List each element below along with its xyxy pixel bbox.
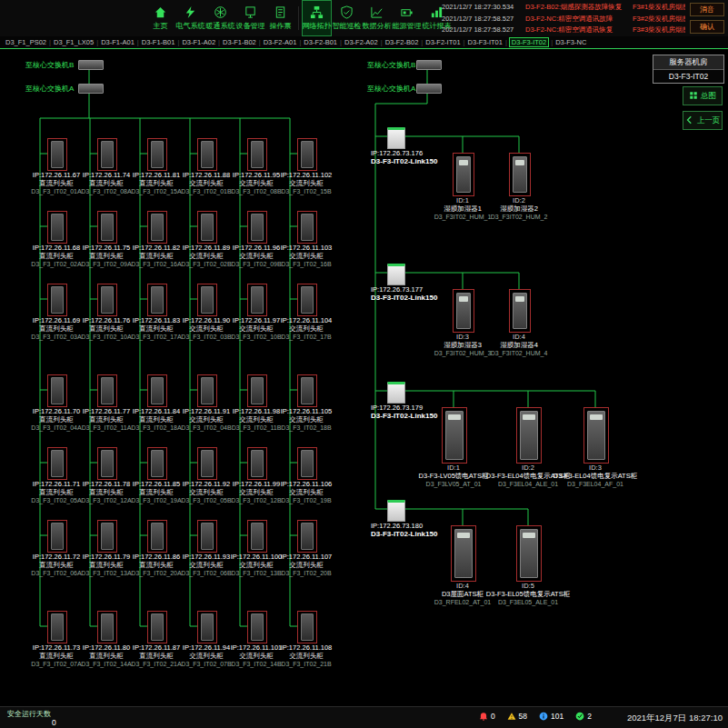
cabinet-D3_F3_IT02_08A[interactable] (97, 138, 117, 171)
cabinet-type: 交流列头柜 (279, 561, 334, 569)
cabinet-D3_F3_IT02_01B[interactable] (197, 138, 217, 171)
cabinet-D3_F3_IT02_20B[interactable] (297, 520, 317, 553)
cabinet-D3_F3_IT02_16A[interactable] (147, 211, 167, 244)
nav-item-device[interactable]: 设备管理 (235, 0, 265, 36)
tab-separator: | (218, 38, 220, 46)
device-D3_F3EL05_ALE_01[interactable] (516, 525, 542, 582)
device-D3_F3IT02_HUM_3[interactable] (453, 289, 474, 333)
cabinet-D3_F3_IT02_12B[interactable] (247, 447, 267, 480)
cabinet-D3_F3_IT02_03B[interactable] (197, 284, 217, 316)
cabinet-D3_F3_IT02_07A[interactable] (47, 611, 67, 643)
tab-D3-F2-B01[interactable]: D3-F2-B01 (302, 38, 339, 46)
tab-D3-F2-A01[interactable]: D3-F2-A01 (262, 38, 299, 46)
tab-D3_F1_LX05[interactable]: D3_F1_LX05 (52, 38, 95, 46)
gateway-icon[interactable] (387, 127, 405, 149)
device-D3_F3IT02_HUM_4[interactable] (509, 289, 531, 333)
cabinet-D3_F3_IT02_13B[interactable] (247, 520, 267, 553)
cabinet-D3_F3_IT02_02B[interactable] (197, 211, 217, 244)
nav-item-hvac[interactable]: 暖通系统 (205, 0, 235, 36)
cabinet-label: IP:172.26.11.88交流列头柜D3_F3_IT02_01B (179, 171, 234, 195)
cabinet-type: 直流列头柜 (129, 561, 184, 569)
cabinet-D3_F3_IT02_19A[interactable] (147, 447, 167, 480)
cabinet-D3_F3_IT02_09B[interactable] (247, 211, 267, 244)
cabinet-D3_F3_IT02_15B[interactable] (297, 138, 317, 171)
tab-D3-F1-A02[interactable]: D3-F1-A02 (180, 38, 217, 46)
gateway-icon[interactable] (387, 382, 405, 404)
cabinet-D3_F3_IT02_02A[interactable] (47, 211, 67, 244)
cabinet-D3_F3_IT02_19B[interactable] (297, 447, 317, 480)
cabinet-D3_F3_IT02_14A[interactable] (97, 611, 117, 643)
core-switch-a-icon-right[interactable] (416, 84, 442, 94)
cabinet-D3_F3_IT02_21A[interactable] (147, 611, 167, 643)
tab-D3-F2-B02[interactable]: D3-F2-B02 (384, 38, 421, 46)
device-D3_RFEL02_AT_01[interactable] (451, 525, 476, 582)
gateway-icon[interactable] (387, 264, 405, 285)
tab-separator: | (551, 38, 553, 46)
nav-item-label: 能源管理 (393, 21, 422, 31)
core-switch-b-icon-right[interactable] (416, 60, 442, 70)
cabinet-D3_F3_IT02_13A[interactable] (97, 520, 117, 553)
cabinet-D3_F3_IT02_10B[interactable] (247, 284, 267, 316)
cabinet-D3_F3_IT02_05A[interactable] (47, 447, 67, 480)
back-button[interactable]: 上一页 (683, 111, 723, 130)
cabinet-D3_F3_IT02_03A[interactable] (47, 284, 67, 316)
cabinet-D3_F3_IT02_18A[interactable] (147, 374, 167, 407)
cabinet-ip: IP:172.26.11.97 (229, 316, 284, 324)
cabinet-D3_F3_IT02_18B[interactable] (297, 374, 317, 407)
overview-button[interactable]: 总图 (683, 86, 723, 105)
cabinet-D3_F3_IT02_06B[interactable] (197, 520, 217, 553)
tab-D3-F3-IT01[interactable]: D3-F3-IT01 (466, 38, 504, 46)
electrical-icon (184, 5, 197, 19)
nav-item-analysis[interactable]: 数据分析 (362, 0, 392, 36)
tab-D3-F2-A02[interactable]: D3-F2-A02 (343, 38, 380, 46)
core-switch-b-icon-left[interactable] (78, 60, 104, 70)
cabinet-D3_F3_IT02_08B[interactable] (247, 138, 267, 171)
cabinet-D3_F3_IT02_10A[interactable] (97, 284, 117, 316)
cabinet-D3_F3_IT02_04A[interactable] (47, 374, 67, 407)
tab-D3-F1-B01[interactable]: D3-F1-B01 (140, 38, 177, 46)
nav-item-ticket[interactable]: 操作票 (265, 0, 295, 36)
tab-D3-F1-B02[interactable]: D3-F1-B02 (221, 38, 258, 46)
cabinet-D3_F3_IT02_04B[interactable] (197, 374, 217, 407)
nav-item-home[interactable]: 主页 (145, 0, 175, 36)
cabinet-D3_F3_IT02_16B[interactable] (297, 211, 317, 244)
cabinet-D3_F3_IT02_06A[interactable] (47, 520, 67, 553)
nav-item-energy[interactable]: 能源管理 (392, 0, 422, 36)
tab-D3-F1-A01[interactable]: D3-F1-A01 (99, 38, 136, 46)
cabinet-icon (201, 141, 214, 168)
mute-button[interactable]: 消音 (690, 3, 724, 16)
tab-D3-F2-IT01[interactable]: D3-F2-IT01 (424, 38, 462, 46)
cabinet-D3_F3_IT02_17A[interactable] (147, 284, 167, 316)
cabinet-D3_F3_IT02_21B[interactable] (297, 611, 317, 643)
cabinet-D3_F3_IT02_17B[interactable] (297, 284, 317, 316)
cabinet-D3_F3_IT02_14B[interactable] (247, 611, 267, 643)
cabinet-D3_F3_IT02_12A[interactable] (97, 447, 117, 480)
nav-item-label: 智能巡检 (333, 21, 362, 31)
cabinet-type: 交流列头柜 (179, 561, 234, 569)
device-D3_F3EL04_ALE_01[interactable] (516, 407, 542, 464)
core-switch-a-icon-left[interactable] (78, 84, 104, 94)
device-D3_F3EL04_AF_01[interactable] (583, 407, 609, 464)
device-D3_F3LV05_AT_01[interactable] (442, 407, 467, 464)
status-count-ok: 2 (575, 712, 592, 721)
device-D3_F3IT02_HUM_2[interactable] (509, 153, 531, 196)
nav-item-electrical[interactable]: 电气系统 (175, 0, 205, 36)
nav-item-network[interactable]: 网络拓扑 (302, 0, 332, 36)
cabinet-icon (251, 523, 264, 550)
cabinet-D3_F3_IT02_20A[interactable] (147, 520, 167, 553)
cabinet-D3_F3_IT02_05B[interactable] (197, 447, 217, 480)
cabinet-D3_F3_IT02_11B[interactable] (247, 374, 267, 407)
nav-item-patrol[interactable]: 智能巡检 (332, 0, 362, 36)
cabinet-D3_F3_IT02_09A[interactable] (97, 211, 117, 244)
cabinet-D3_F3_IT02_07B[interactable] (197, 611, 217, 643)
cabinet-D3_F3_IT02_11A[interactable] (97, 374, 117, 407)
gateway-icon[interactable] (387, 500, 405, 522)
gateway-name: D3-F3-IT02-Link150 (371, 412, 437, 420)
tab-D3-F3-IT02[interactable]: D3-F3-IT02 (510, 38, 548, 46)
cabinet-D3_F3_IT02_15A[interactable] (147, 138, 167, 171)
confirm-button[interactable]: 确认 (690, 20, 724, 34)
device-D3_F3IT02_HUM_1[interactable] (453, 153, 474, 196)
cabinet-D3_F3_IT02_01A[interactable] (47, 138, 67, 171)
tab-D3_F1_PS02[interactable]: D3_F1_PS02 (4, 38, 48, 46)
tab-D3-F3-NC[interactable]: D3-F3-NC (553, 38, 588, 46)
